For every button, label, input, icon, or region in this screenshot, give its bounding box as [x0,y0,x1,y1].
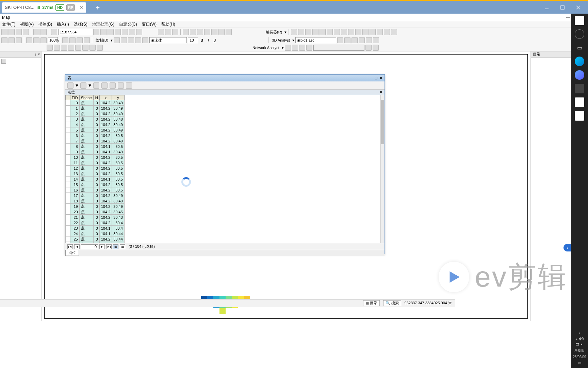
last-record-button[interactable]: ►I [106,244,112,249]
table-row[interactable]: 3点0104.230.48 [66,117,125,122]
chevron-down-icon[interactable]: ▾ [284,30,287,34]
tool-icon[interactable] [327,29,333,35]
related-tables-icon[interactable] [80,82,86,89]
table-row[interactable]: 14点0104.130.5 [66,177,125,182]
menu-selection[interactable]: 选择(S) [74,21,87,27]
table-row[interactable]: 4点0104.230.49 [66,122,125,127]
tool-icon[interactable] [341,29,347,35]
raster-layer-select[interactable]: ◉ bio1.asc [295,37,336,43]
menu-view[interactable]: 视图(V) [20,21,34,27]
sub-close-icon[interactable]: ✕ [379,90,382,94]
next-record-button[interactable]: ► [99,244,105,249]
table-row[interactable]: 19点0104.230.49 [66,204,125,209]
tool-icon[interactable] [204,29,210,35]
record-number-input[interactable] [81,244,98,249]
date[interactable]: 23/02/09 [573,355,586,359]
tool-icon[interactable] [348,29,354,35]
show-selected-button[interactable]: ▦ [120,244,125,249]
tool-icon[interactable] [305,29,311,35]
editor-dropdown[interactable]: 编辑器(R) [264,30,283,35]
side-expand-bubble[interactable]: ‹ [564,244,571,251]
rect-icon[interactable] [128,37,134,43]
tool-icon[interactable] [136,29,142,35]
toc-close-icon[interactable]: × [38,52,40,56]
table-row[interactable]: 25点0104.230.44 [66,236,125,242]
attribute-grid[interactable]: FIDShapeIdxy 0点0104.230.491点0104.230.492… [65,95,125,243]
tool-icon[interactable] [377,29,383,35]
tool-icon[interactable] [337,37,343,43]
table-row[interactable]: 5点0104.230.49 [66,127,125,133]
tool-icon[interactable] [299,45,305,51]
tool-icon[interactable] [373,37,379,43]
tool-icon[interactable] [298,29,304,35]
attribute-table-titlebar[interactable]: 表 □ ✕ [65,75,385,81]
tool-icon[interactable] [100,29,107,35]
tool-icon[interactable] [211,29,217,35]
table-row[interactable]: 13点0104.230.5 [66,171,125,177]
tool-icon[interactable] [121,37,127,43]
column-header[interactable]: Id [93,95,99,100]
table-row[interactable]: 11点0104.230.5 [66,160,125,166]
menu-customize[interactable]: 自定义(C) [119,21,137,27]
delete-icon[interactable] [126,82,132,89]
table-row[interactable]: 16点0104.230.5 [66,187,125,193]
table-row[interactable]: 1点0104.230.49 [66,106,125,111]
taskview-icon[interactable]: ▭ [575,43,584,52]
attr-tab[interactable]: 点位 [65,250,79,256]
chevron-down-icon[interactable]: ▾ [111,38,113,43]
table-row[interactable]: 6点0104.230.5 [66,133,125,138]
app-icon[interactable] [575,111,584,121]
start-button[interactable] [575,16,584,25]
tool-icon[interactable] [285,45,291,51]
table-row[interactable]: 17点0104.230.49 [66,193,125,198]
underline-button[interactable]: U [212,38,217,42]
tool-icon[interactable] [75,45,81,51]
tool-icon[interactable] [334,29,340,35]
table-row[interactable]: 23点0104.130.4 [66,226,125,231]
attr-maximize-icon[interactable]: □ [375,76,377,80]
tool-icon[interactable] [384,29,390,35]
chevron-down-icon[interactable]: ▾ [88,82,91,89]
font-select[interactable]: ◉ 宋体 [149,37,187,43]
column-header[interactable]: y [112,95,125,100]
tool-icon[interactable] [26,37,32,43]
tool-icon[interactable] [23,29,29,35]
tool-icon[interactable] [69,37,76,43]
table-row[interactable]: 22点0104.230.4 [66,220,125,226]
bluetooth-icon[interactable]: ⚹ �রি [575,337,584,341]
add-data-icon[interactable] [51,29,57,35]
menu-bookmarks[interactable]: 书签(B) [38,21,52,27]
tool-icon[interactable] [344,37,350,43]
globe-icon[interactable] [575,70,584,80]
tool-icon[interactable] [33,37,39,43]
column-header[interactable]: FID [70,95,80,100]
table-row[interactable]: 15点0104.230.5 [66,182,125,187]
tool-icon[interactable] [373,45,379,51]
show-all-button[interactable]: ▦ [113,244,118,249]
menu-insert[interactable]: 插入(I) [57,21,69,27]
tool-icon[interactable] [172,29,178,35]
tool-icon[interactable] [306,45,312,51]
tool-icon[interactable] [61,45,67,51]
tray-chevron-icon[interactable]: ‹ [579,331,580,335]
scale-input[interactable]: 1:187,934 [58,29,92,35]
tool-icon[interactable] [226,29,232,35]
column-header[interactable]: x [99,95,112,100]
tool-icon[interactable] [9,37,15,43]
tab-close-icon[interactable]: ✕ [80,5,83,10]
app-icon[interactable] [575,97,584,107]
tool-icon[interactable] [97,45,103,51]
table-row[interactable]: 9点0104.130.49 [66,149,125,155]
table-row[interactable]: 18点0104.230.49 [66,198,125,204]
bold-button[interactable]: B [199,38,205,42]
tool-icon[interactable] [183,29,189,35]
zoom-input[interactable]: 100% [48,37,58,43]
table-row[interactable]: 26点0104.230.46 [66,242,125,243]
date-weekday[interactable]: 星期四 [574,348,585,353]
menu-window[interactable]: 窗口(W) [142,21,157,27]
tool-icon[interactable] [122,29,128,35]
tool-icon[interactable] [1,29,7,35]
app-minimize-icon[interactable]: — [566,15,570,19]
table-row[interactable]: 24点0104.130.44 [66,231,125,236]
table-row[interactable]: 12点0104.230.5 [66,166,125,171]
